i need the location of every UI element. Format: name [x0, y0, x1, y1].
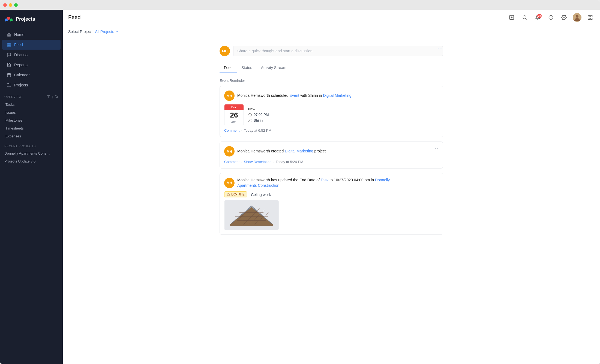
cal-year: 2023 [231, 121, 237, 125]
close-button[interactable] [3, 3, 7, 7]
quick-post-area: MH Share a quick thought and start a dis… [220, 46, 443, 56]
sidebar-item-label: Discuss [14, 53, 28, 57]
feed-more-button[interactable]: ··· [437, 46, 443, 52]
search-button[interactable] [520, 13, 529, 22]
svg-rect-4 [9, 43, 11, 44]
window-frame: Projects Home Feed [0, 0, 600, 364]
subbar: Select Project All Projects [63, 25, 600, 38]
card-footer: Comment · Today at 6:52 PM [224, 128, 439, 133]
topbar-actions: 10 [507, 13, 595, 22]
title-bar [0, 0, 600, 10]
notification-badge: 10 [537, 14, 542, 18]
sidebar-item-projects[interactable]: Projects [2, 80, 61, 90]
sidebar-nav: Home Feed Discuss [0, 28, 63, 91]
timestamp: Today at 6:52 PM [244, 128, 271, 133]
svg-rect-30 [588, 18, 590, 19]
tab-activity-stream[interactable]: Activity Stream [257, 63, 291, 73]
select-project-label: Select Project [68, 29, 92, 34]
sidebar-item-feed[interactable]: Feed [2, 40, 61, 50]
quick-post-input[interactable]: Share a quick thought and start a discus… [233, 46, 443, 56]
timer-button[interactable] [547, 13, 555, 22]
avatar[interactable] [573, 13, 581, 22]
sidebar-item-issues[interactable]: Issues [0, 109, 63, 116]
recent-project-update[interactable]: Projects Update 8.0 [0, 157, 63, 165]
comment-link[interactable]: Comment [224, 160, 239, 164]
logo-text: Projects [16, 16, 35, 22]
svg-point-22 [523, 16, 526, 19]
search-section-icon[interactable] [55, 95, 58, 99]
task-image-preview [224, 200, 279, 230]
footer-dot: · [241, 128, 242, 133]
logo-icon [4, 15, 13, 23]
filter-icon[interactable] [47, 95, 50, 99]
all-projects-dropdown[interactable]: All Projects [95, 29, 118, 34]
section-header: Event Reminder [220, 79, 443, 83]
sidebar-item-discuss[interactable]: Discuss [2, 50, 61, 60]
svg-rect-10 [7, 74, 11, 77]
sidebar-item-tasks[interactable]: Tasks [0, 101, 63, 109]
sidebar-item-reports[interactable]: Reports [2, 60, 61, 70]
add-button[interactable] [507, 13, 516, 22]
feed-card-2: MH Monica Hemsworth created Digital Mark… [220, 142, 443, 169]
maximize-button[interactable] [14, 3, 18, 7]
sidebar-item-label: Reports [14, 63, 28, 67]
timestamp: Today at 5:24 PM [276, 160, 303, 164]
svg-rect-3 [7, 43, 9, 44]
svg-point-27 [576, 15, 578, 18]
sidebar-item-calendar[interactable]: Calendar [2, 70, 61, 80]
calendar-icon [7, 73, 11, 77]
settings-button[interactable] [560, 13, 568, 22]
task-tag[interactable]: DC-T642 [224, 191, 247, 197]
cal-day: 26 [230, 110, 238, 121]
minimize-button[interactable] [9, 3, 12, 7]
digital-marketing-link[interactable]: Digital Marketing [323, 93, 351, 98]
card-header: MH Monica Hemsworth created Digital Mark… [224, 146, 439, 157]
feed-card-1: MH Monica Hemsworth scheduled Event with… [220, 86, 443, 137]
sidebar: Projects Home Feed [0, 10, 63, 364]
card-more-button[interactable]: ··· [433, 91, 439, 95]
overview-section: Overview | Tasks Issues Milestones Times… [0, 91, 63, 140]
event-link[interactable]: Event [289, 93, 299, 98]
sidebar-item-timesheets[interactable]: Timesheets [0, 124, 63, 132]
recent-projects-title: Recent Projects [0, 141, 63, 149]
feed-content: ··· MH Share a quick thought and start a… [63, 38, 600, 364]
card-header: MH Monica Hemsworth scheduled Event with… [224, 91, 439, 101]
feed-icon [7, 42, 11, 47]
comment-link[interactable]: Comment [224, 128, 239, 133]
svg-rect-31 [591, 18, 592, 19]
topbar: Feed 10 [63, 10, 600, 25]
card-more-button[interactable]: ··· [433, 146, 439, 151]
svg-rect-29 [591, 15, 592, 17]
reports-icon [7, 62, 11, 67]
home-icon [7, 32, 11, 37]
tab-feed[interactable]: Feed [220, 63, 237, 73]
sidebar-item-expenses[interactable]: Expenses [0, 132, 63, 140]
feed-tabs: Feed Status Activity Stream [220, 63, 443, 73]
main-content: Feed 10 [63, 10, 600, 364]
show-description-link[interactable]: Show Description [244, 160, 271, 164]
projects-icon [7, 83, 11, 88]
svg-point-25 [563, 17, 565, 18]
sidebar-item-label: Home [14, 32, 24, 37]
user-avatar: MH [220, 46, 230, 56]
sidebar-item-milestones[interactable]: Milestones [0, 116, 63, 124]
sidebar-item-label: Feed [14, 43, 23, 47]
event-time: 07:00 PM [248, 113, 269, 117]
section-actions: | [47, 95, 58, 99]
recent-project-donnelly[interactable]: Donnelly Apartments Cons… [0, 149, 63, 157]
card-header-left: MH Monica Hemsworth scheduled Event with… [224, 91, 352, 101]
notifications-button[interactable]: 10 [533, 13, 542, 22]
svg-point-17 [55, 95, 57, 97]
svg-point-33 [249, 119, 250, 120]
app-body: Projects Home Feed [0, 10, 600, 364]
digital-marketing-link-2[interactable]: Digital Marketing [285, 149, 313, 153]
grid-button[interactable] [586, 13, 595, 22]
recent-projects-section: Recent Projects Donnelly Apartments Cons… [0, 140, 63, 169]
tab-status[interactable]: Status [237, 63, 257, 73]
svg-line-23 [526, 18, 527, 19]
sidebar-item-home[interactable]: Home [2, 30, 61, 40]
svg-rect-0 [5, 18, 8, 22]
svg-rect-2 [10, 18, 13, 22]
task-link[interactable]: Task [321, 178, 329, 182]
task-tag-area: DC-T642 Celing work [224, 191, 439, 197]
